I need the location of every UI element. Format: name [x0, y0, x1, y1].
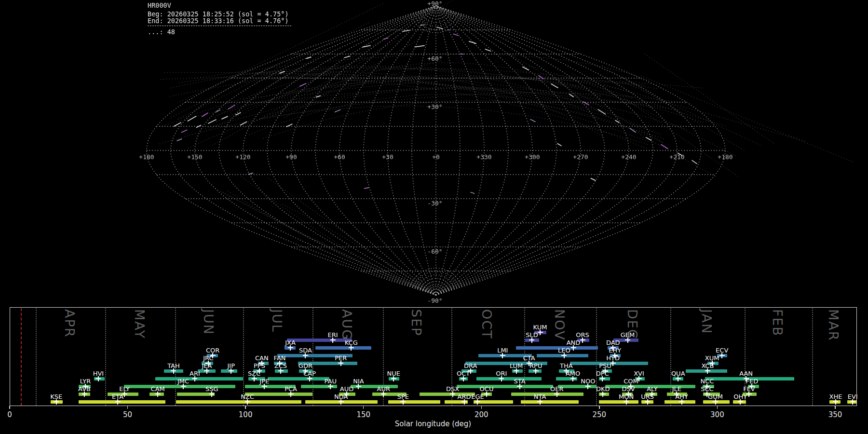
month-label: APR — [62, 309, 77, 338]
shower-peak-marker — [517, 386, 522, 387]
lon-label: +180 — [718, 153, 732, 161]
station-title: HR000V — [148, 2, 171, 9]
month-gridline — [812, 308, 813, 406]
lon-label: +0 — [432, 153, 440, 161]
shower-peak-marker — [155, 393, 161, 394]
shower-peak-marker — [645, 401, 650, 402]
shower-peak-marker — [500, 355, 505, 356]
current-sol-line — [21, 308, 22, 406]
lat-label: -30° — [427, 200, 442, 207]
shower-peak-marker — [600, 393, 606, 394]
shower-peak-marker — [307, 378, 312, 379]
shower-peak-marker — [381, 393, 386, 394]
x-tick — [245, 406, 246, 409]
lon-label: +300 — [525, 153, 540, 161]
meteor-count-line: ...: 48 — [148, 28, 175, 35]
shower-peak-marker — [181, 386, 186, 387]
shower-peak-marker — [537, 401, 542, 402]
month-label: OCT — [479, 309, 494, 339]
shower-peak-marker — [713, 401, 718, 402]
lon-label: +120 — [235, 153, 250, 161]
lon-label: +240 — [621, 153, 636, 161]
x-tick-label: 0 — [0, 410, 24, 419]
month-gridline — [36, 308, 37, 406]
lon-label: +270 — [573, 153, 588, 161]
shower-peak-marker — [171, 370, 176, 371]
month-gridline — [105, 308, 106, 406]
shower-bar-spe — [388, 400, 440, 404]
month-label: MAR — [826, 309, 841, 341]
lon-label: +90 — [285, 153, 297, 161]
shower-peak-marker — [288, 393, 294, 394]
shower-peak-marker — [349, 347, 354, 348]
x-axis-title: Solar longitude (deg) — [361, 420, 505, 428]
month-label: MAY — [132, 309, 147, 339]
month-label: JUL — [270, 309, 285, 333]
shower-peak-marker — [303, 355, 308, 356]
x-tick — [717, 406, 718, 409]
shower-peak-marker — [529, 339, 534, 340]
shower-bar-eta — [79, 400, 165, 404]
shower-peak-marker — [676, 378, 681, 379]
shower-peak-marker — [624, 401, 629, 402]
month-label: JUN — [201, 309, 216, 335]
shower-peak-marker — [339, 401, 344, 402]
x-tick — [9, 406, 10, 409]
shower-peak-marker — [278, 370, 284, 371]
shower-peak-marker — [561, 355, 567, 356]
x-tick-label: 100 — [231, 410, 260, 419]
shower-peak-marker — [400, 401, 406, 402]
month-label: JAN — [699, 309, 714, 334]
month-label: SEP — [409, 309, 424, 336]
x-tick — [599, 406, 600, 409]
shower-peak-marker — [738, 401, 743, 402]
month-gridline — [175, 308, 176, 406]
shower-peak-marker — [391, 378, 396, 379]
end-time-line: End: 20260325 18:33:16 (sol = 4.76°) — [148, 17, 289, 24]
lat-label: +90° — [427, 0, 442, 7]
lon-label: +30 — [382, 153, 393, 161]
shower-peak-marker — [461, 401, 467, 402]
shower-peak-marker — [262, 386, 267, 387]
shower-bar-nta — [521, 400, 579, 404]
x-tick-label: 150 — [349, 410, 378, 419]
shower-peak-marker — [330, 339, 336, 340]
lat-label: +30° — [427, 103, 442, 110]
shower-peak-marker — [461, 378, 466, 379]
header-separator — [148, 26, 291, 26]
month-gridline — [243, 308, 244, 406]
shower-peak-marker — [209, 393, 215, 394]
x-tick-label: 250 — [585, 410, 614, 419]
shower-bar-nzc — [176, 400, 301, 404]
x-tick-label: 350 — [821, 410, 850, 419]
lat-label: +60° — [427, 55, 442, 62]
lon-label: +180 — [139, 153, 154, 161]
shower-peak-marker — [338, 363, 343, 364]
shower-peak-marker — [229, 370, 234, 371]
begin-time-line: Beg: 20260325 18:25:52 (sol = 4.75°) — [148, 11, 289, 17]
month-label: FEB — [770, 309, 785, 337]
x-tick — [363, 406, 364, 409]
shower-peak-marker — [679, 401, 684, 402]
shower-peak-marker — [833, 401, 838, 402]
shower-peak-marker — [533, 370, 539, 371]
lon-label: +330 — [476, 153, 491, 161]
x-tick-label: 300 — [703, 410, 732, 419]
shower-peak-marker — [705, 370, 710, 371]
shower-peak-marker — [82, 393, 87, 394]
lon-label: +60 — [334, 153, 345, 161]
shower-peak-marker — [115, 401, 121, 402]
x-tick — [835, 406, 836, 409]
shower-peak-marker — [499, 378, 504, 379]
shower-peak-marker — [475, 401, 480, 402]
lat-label: -60° — [427, 248, 442, 255]
shower-peak-marker — [850, 401, 855, 402]
lon-label: +150 — [187, 153, 202, 161]
lon-label: +210 — [669, 153, 684, 161]
shower-bar-kcg — [315, 346, 371, 350]
lat-label: -90° — [427, 297, 442, 304]
shower-bar-mon — [599, 400, 638, 404]
x-tick — [127, 406, 128, 409]
shower-peak-marker — [245, 401, 250, 402]
x-tick-label: 50 — [113, 410, 142, 419]
